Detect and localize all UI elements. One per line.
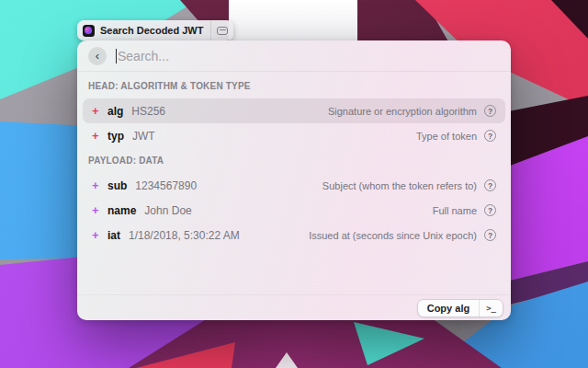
window-icon <box>217 27 228 35</box>
item-key: alg <box>107 105 123 118</box>
copy-alg-button[interactable]: Copy alg >_ <box>417 299 503 317</box>
item-key: sub <box>107 179 127 192</box>
chip-title: Search Decoded JWT <box>100 25 203 36</box>
desktop: Search Decoded JWT ‹ HEAD: ALGORITHM & T… <box>0 0 588 368</box>
chevron-left-icon: ‹ <box>96 50 99 62</box>
window-mode-button[interactable] <box>210 20 233 40</box>
plus-icon: + <box>92 204 104 216</box>
item-description: Type of token <box>416 131 477 142</box>
command-panel: ‹ HEAD: ALGORITHM & TOKEN TYPE + alg HS2… <box>77 40 511 320</box>
item-key: name <box>107 204 136 217</box>
copy-alg-label: Copy alg <box>418 303 479 314</box>
section-header-payload: PAYLOAD: DATA <box>77 148 511 173</box>
item-key: iat <box>107 229 120 242</box>
plus-icon: + <box>92 130 104 142</box>
list-item-name[interactable]: + name John Doe Full name ? <box>83 198 505 223</box>
plus-icon: + <box>92 179 104 191</box>
plus-icon: + <box>92 105 104 117</box>
item-description: Signature or encryption algorithm <box>328 106 477 117</box>
list-item-sub[interactable]: + sub 1234567890 Subject (whom the token… <box>83 173 505 198</box>
jwt-extension-icon <box>83 25 95 37</box>
item-value: 1/18/2018, 5:30:22 AM <box>129 229 240 242</box>
section-header-head: HEAD: ALGORITHM & TOKEN TYPE <box>77 74 511 98</box>
help-icon: ? <box>484 130 496 142</box>
action-bar: Copy alg >_ <box>77 294 511 320</box>
text-caret <box>116 49 117 63</box>
window-title-chip[interactable]: Search Decoded JWT <box>77 20 233 40</box>
item-value: 1234567890 <box>135 179 197 192</box>
list-item-iat[interactable]: + iat 1/18/2018, 5:30:22 AM Issued at (s… <box>83 223 505 247</box>
plus-icon: + <box>92 229 104 241</box>
search-input[interactable] <box>118 49 500 63</box>
help-icon: ? <box>484 229 496 241</box>
help-icon: ? <box>484 105 496 117</box>
item-key: typ <box>107 130 124 143</box>
list-item-alg[interactable]: + alg HS256 Signature or encryption algo… <box>83 98 505 123</box>
item-value: John Doe <box>144 204 191 217</box>
item-description: Full name <box>433 205 477 216</box>
terminal-shortcut-icon: >_ <box>480 304 503 313</box>
results-list: HEAD: ALGORITHM & TOKEN TYPE + alg HS256… <box>77 72 511 247</box>
search-bar: ‹ <box>77 40 511 72</box>
help-icon: ? <box>484 179 496 191</box>
background-window <box>229 0 357 46</box>
item-value: HS256 <box>131 105 165 118</box>
list-item-typ[interactable]: + typ JWT Type of token ? <box>83 123 505 148</box>
help-icon: ? <box>484 204 496 216</box>
item-description: Subject (whom the token refers to) <box>322 180 477 191</box>
back-button[interactable]: ‹ <box>88 47 107 65</box>
item-value: JWT <box>132 130 155 143</box>
item-description: Issued at (seconds since Unix epoch) <box>309 230 477 241</box>
